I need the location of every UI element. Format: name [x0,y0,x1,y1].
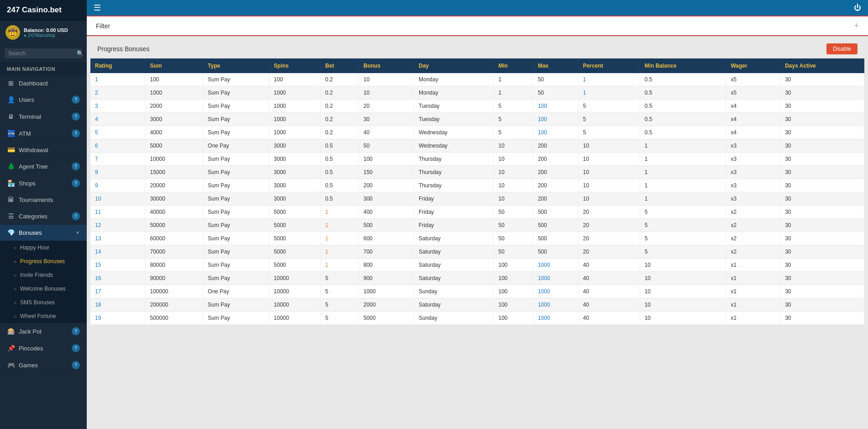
search-container: 🔍 [0,45,87,63]
users-badge: ? [72,95,80,104]
sidebar-item-jackpot[interactable]: 🎰 Jack Pot ? [0,323,87,340]
table-cell: 5 [578,100,640,113]
sidebar-item-label: Jack Pot [19,328,42,335]
table-cell: x5 [726,86,780,100]
chevron-down-icon: ▼ [75,230,80,235]
table-cell: Sum Pay [203,153,269,166]
menu-icon[interactable]: ☰ [94,3,101,13]
table-cell: 5 [640,219,726,232]
table-cell: x2 [726,219,780,232]
table-cell: 100 [145,73,203,86]
table-cell: Thursday [414,166,494,179]
bonuses-submenu: ○ Happy Hour ○ Progress Bonuses ○ Invite… [0,241,87,323]
disable-button[interactable]: Disable [826,43,857,54]
table-row: 1360000Sum Pay50001600Saturday50500205x2… [90,232,864,245]
table-cell: 10 [640,259,726,272]
data-table: Rating Sum Type Spins Bet Bonus Day Min … [90,58,864,325]
sub-item-progress-bonuses[interactable]: ○ Progress Bonuses [0,254,87,268]
sidebar-item-terminal[interactable]: 🖥 Terminal ? [0,108,87,125]
circle-icon: ○ [14,273,16,278]
users-icon: 👤 [7,96,15,103]
table-cell: 2000 [145,100,203,113]
jackpot-icon: 🎰 [7,328,15,335]
circle-icon: ○ [14,314,16,319]
sub-item-invite-friends[interactable]: ○ Invite Friends [0,268,87,282]
table-cell: 0.5 [640,73,726,86]
sub-item-sms-bonuses[interactable]: ○ SMS Bonuses [0,296,87,309]
table-cell: 5 [640,206,726,219]
sidebar-item-games[interactable]: 🎮 Games ? [0,357,87,374]
table-cell: 50 [494,219,533,232]
table-cell: 50 [494,206,533,219]
table-cell: 1 [578,86,640,100]
table-cell: 0.5 [321,139,359,153]
progress-header: Progress Bonuses Disable [90,40,864,58]
table-cell: 200 [533,153,578,166]
sub-item-happy-hour[interactable]: ○ Happy Hour [0,241,87,254]
progress-bonuses-title: Progress Bonuses [97,45,149,53]
table-cell: x4 [726,113,780,126]
filter-add-icon[interactable]: + [854,21,859,31]
col-days-active: Days Active [780,58,864,73]
table-cell: 15 [90,259,145,272]
table-cell: Monday [414,73,494,86]
table-cell: 100 [494,259,533,272]
sidebar-item-atm[interactable]: 🏧 ATM ? [0,125,87,142]
table-cell: 0.2 [321,113,359,126]
table-cell: Sum Pay [203,298,269,312]
table-cell: 1000 [358,285,414,298]
sidebar-item-label: Users [19,96,34,103]
sidebar-item-dashboard[interactable]: ⊞ Dashboard [0,75,87,91]
sub-item-welcome-bonuses[interactable]: ○ Welcome Bonuses [0,282,87,296]
search-input-wrap[interactable]: 🔍 [5,48,82,58]
table-cell: Sum Pay [203,86,269,100]
table-cell: 1000 [145,86,203,100]
table-row: 1690000Sum Pay100005900Saturday100100040… [90,272,864,285]
table-cell: 100 [494,285,533,298]
table-cell: x1 [726,298,780,312]
table-cell: 6 [90,139,145,153]
table-row: 1580000Sum Pay50001800Saturday1001000401… [90,259,864,272]
tournaments-icon: 🏛 [7,196,15,203]
table-row: 710000Sum Pay30000.5100Thursday10200101x… [90,153,864,166]
search-input[interactable] [8,50,77,57]
sidebar-item-withdrawal[interactable]: 💳 Withdrawal [0,142,87,158]
table-cell: 5 [90,126,145,139]
table-cell: 10 [578,166,640,179]
sidebar-item-tournaments[interactable]: 🏛 Tournaments [0,192,87,208]
topbar-right: ⏻ [854,4,861,12]
sub-item-label: SMS Bonuses [20,299,55,306]
sidebar-item-users[interactable]: 👤 Users ? [0,91,87,108]
sidebar-item-shops[interactable]: 🏪 Shops ? [0,175,87,192]
table-cell: 30 [780,285,864,298]
table-cell: 30 [780,139,864,153]
sidebar-item-label: Pincodes [19,345,43,352]
table-cell: 1 [578,73,640,86]
table-cell: 100 [494,272,533,285]
table-cell: 10 [494,153,533,166]
table-cell: 5 [578,126,640,139]
table-cell: Wednesday [414,139,494,153]
table-cell: 1000 [533,259,578,272]
table-cell: 16 [90,272,145,285]
main: ☰ ⏻ Filter + Progress Bonuses Disable Ra… [87,0,868,429]
sidebar-item-pincodes[interactable]: 📌 Pincodes ? [0,340,87,357]
table-cell: 10000 [269,285,321,298]
table-cell: 30 [780,73,864,86]
sidebar-item-bonuses[interactable]: 💎 Bonuses ▼ [0,225,87,241]
table-cell: 100 [358,153,414,166]
power-icon[interactable]: ⏻ [854,4,861,12]
sub-item-wheel-fortune[interactable]: ○ Wheel Fortune [0,309,87,323]
sidebar-item-categories[interactable]: ☰ Categories ? [0,208,87,225]
sidebar-item-label: Shops [19,180,36,187]
table-cell: 90000 [145,272,203,285]
table-cell: 1000 [269,126,321,139]
table-cell: 10000 [269,272,321,285]
table-cell: 10 [578,179,640,192]
table-cell: Sum Pay [203,312,269,325]
sidebar-item-label: Withdrawal [19,147,48,154]
sidebar-item-agent-tree[interactable]: 🌲 Agent Tree ? [0,158,87,175]
table-cell: 9 [90,166,145,179]
table-cell: 1 [640,139,726,153]
table-cell: Tuesday [414,100,494,113]
